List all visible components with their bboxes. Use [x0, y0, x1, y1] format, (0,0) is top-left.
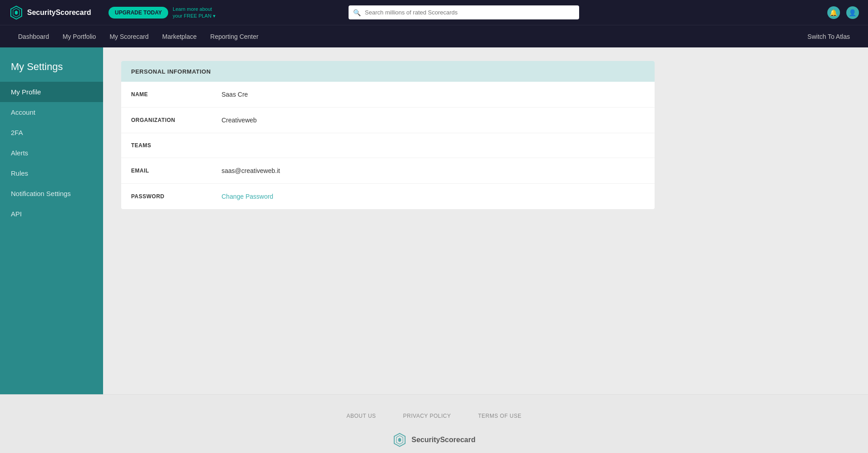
info-row-organization: ORGANIZATION Creativeweb	[121, 107, 655, 133]
footer-about-us[interactable]: ABOUT US	[346, 413, 376, 419]
top-navbar: SecurityScorecard UPGRADE TODAY Learn mo…	[0, 0, 868, 25]
change-password-link[interactable]: Change Password	[222, 193, 273, 200]
main-content: PERSONAL INFORMATION NAME Saas Cre ORGAN…	[103, 47, 868, 394]
value-name: Saas Cre	[222, 91, 248, 98]
nav-item-reporting[interactable]: Reporting Center	[210, 33, 259, 41]
sidebar-item-rules[interactable]: Rules	[0, 163, 103, 183]
sidebar: My Settings My Profile Account 2FA Alert…	[0, 47, 103, 394]
nav-item-marketplace[interactable]: Marketplace	[162, 33, 197, 41]
user-avatar-icon[interactable]: 👤	[846, 6, 859, 19]
label-password: PASSWORD	[131, 193, 222, 200]
sidebar-nav: My Profile Account 2FA Alerts Rules Noti…	[0, 82, 103, 224]
sidebar-item-notification-settings[interactable]: Notification Settings	[0, 183, 103, 204]
footer-logo: SecurityScorecard	[9, 433, 859, 447]
nav-right: 🔔 👤	[827, 6, 859, 19]
switch-to-atlas-link[interactable]: Switch To Atlas	[807, 33, 850, 40]
footer-terms-of-use[interactable]: TERMS OF USE	[478, 413, 522, 419]
nav-links: Dashboard My Portfolio My Scorecard Mark…	[18, 33, 807, 41]
sidebar-item-myprofile[interactable]: My Profile	[0, 82, 103, 102]
personal-info-card: PERSONAL INFORMATION NAME Saas Cre ORGAN…	[121, 61, 655, 209]
footer-brand-name: SecurityScorecard	[411, 436, 475, 444]
info-row-teams: TEAMS	[121, 133, 655, 158]
card-header: PERSONAL INFORMATION	[121, 61, 655, 82]
main-layout: My Settings My Profile Account 2FA Alert…	[0, 47, 868, 394]
free-plan-text: Learn more about your FREE PLAN ▾	[173, 6, 216, 19]
value-email: saas@creativeweb.it	[222, 167, 280, 174]
section-title: PERSONAL INFORMATION	[131, 68, 211, 75]
search-bar: 🔍	[349, 5, 579, 19]
sidebar-item-2fa[interactable]: 2FA	[0, 122, 103, 143]
info-row-name: NAME Saas Cre	[121, 82, 655, 107]
svg-marker-5	[398, 438, 401, 442]
nav-item-portfolio[interactable]: My Portfolio	[63, 33, 96, 41]
notification-icon[interactable]: 🔔	[827, 6, 840, 19]
nav-item-dashboard[interactable]: Dashboard	[18, 33, 49, 41]
footer-links: ABOUT US PRIVACY POLICY TERMS OF USE	[9, 413, 859, 419]
info-row-password: PASSWORD Change Password	[121, 184, 655, 209]
search-input[interactable]	[349, 5, 579, 19]
card-body: NAME Saas Cre ORGANIZATION Creativeweb T…	[121, 82, 655, 209]
label-teams: TEAMS	[131, 142, 222, 149]
label-name: NAME	[131, 91, 222, 98]
sidebar-title: My Settings	[0, 61, 103, 82]
footer-privacy-policy[interactable]: PRIVACY POLICY	[403, 413, 451, 419]
sidebar-item-api[interactable]: API	[0, 204, 103, 224]
label-organization: ORGANIZATION	[131, 117, 222, 123]
logo-icon	[9, 5, 24, 20]
sidebar-item-account[interactable]: Account	[0, 102, 103, 122]
label-email: EMAIL	[131, 168, 222, 174]
logo-area: SecurityScorecard	[9, 5, 108, 20]
footer-logo-icon	[392, 433, 407, 447]
footer: ABOUT US PRIVACY POLICY TERMS OF USE Sec…	[0, 394, 868, 453]
sidebar-item-alerts[interactable]: Alerts	[0, 143, 103, 163]
upgrade-button[interactable]: UPGRADE TODAY	[108, 7, 168, 19]
svg-marker-2	[15, 10, 18, 15]
nav-item-scorecard[interactable]: My Scorecard	[109, 33, 148, 41]
secondary-navbar: Dashboard My Portfolio My Scorecard Mark…	[0, 25, 868, 47]
value-organization: Creativeweb	[222, 117, 257, 124]
info-row-email: EMAIL saas@creativeweb.it	[121, 158, 655, 184]
brand-name: SecurityScorecard	[27, 9, 91, 17]
search-icon: 🔍	[353, 9, 361, 16]
